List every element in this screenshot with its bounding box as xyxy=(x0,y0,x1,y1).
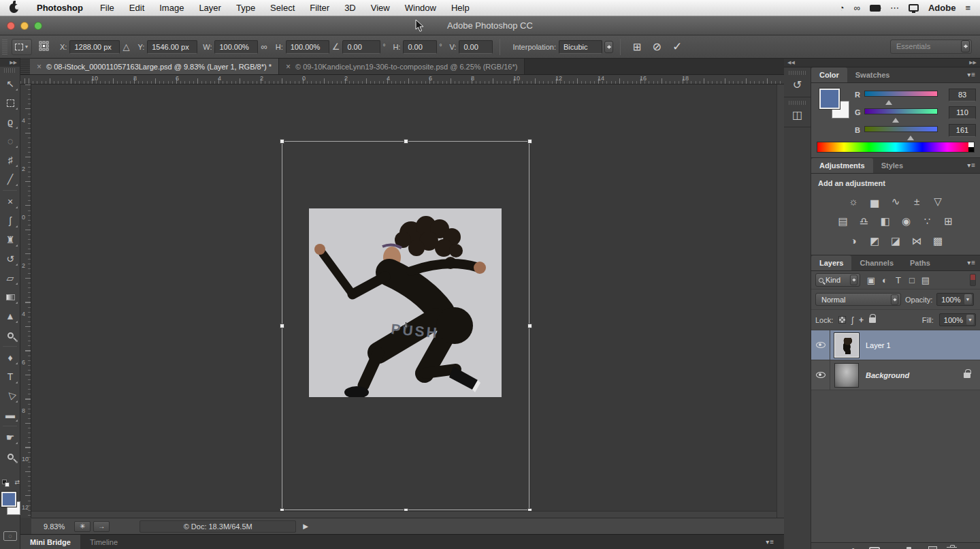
interpolation-select[interactable]: Bicubic xyxy=(559,40,602,54)
menu-help[interactable]: Help xyxy=(444,0,477,16)
move-tool[interactable]: ↖ xyxy=(0,74,20,93)
channel-slider[interactable] xyxy=(864,126,938,132)
transform-handle-ne[interactable] xyxy=(527,139,532,144)
color-lookup-icon[interactable]: ⊞ xyxy=(941,215,957,228)
link-dimensions-icon[interactable]: ∞ xyxy=(261,42,267,52)
pixel-layer-filter-icon[interactable]: ▣ xyxy=(864,275,878,285)
lock-paint-icon[interactable]: ʃ xyxy=(851,315,853,325)
properties-panel-group[interactable]: ◫ xyxy=(784,97,811,127)
height-input[interactable]: 100.00% xyxy=(286,40,329,54)
gears-button[interactable]: ✳ xyxy=(74,521,91,532)
lasso-tool[interactable]: ϱ xyxy=(0,112,20,131)
lock-position-icon[interactable]: + xyxy=(859,315,864,325)
brightness-contrast-icon[interactable]: ☼ xyxy=(845,195,862,208)
warp-mode-button[interactable]: ⊞ xyxy=(633,41,642,53)
width-input[interactable]: 100.00% xyxy=(214,40,258,54)
menu-image[interactable]: Image xyxy=(152,0,191,16)
zoom-level-field[interactable]: 9.83% xyxy=(44,522,65,531)
black-white-icon[interactable]: ◧ xyxy=(877,215,894,228)
link-layers-icon[interactable]: ∞ xyxy=(835,546,840,549)
photo-filter-icon[interactable]: ◉ xyxy=(898,215,915,228)
commit-transform-button[interactable]: ✓ xyxy=(672,40,682,54)
marquee-tool[interactable] xyxy=(0,93,20,112)
layer-row-layer-1[interactable]: Layer 1 xyxy=(811,330,980,360)
invert-icon[interactable]: ◑ xyxy=(845,234,862,248)
horizontal-scrollbar[interactable] xyxy=(31,511,777,518)
horizontal-ruler[interactable]: 108642024681012141618 xyxy=(20,75,784,84)
gradient-tool[interactable] xyxy=(0,287,20,307)
layer-name[interactable]: Background xyxy=(866,371,909,379)
tab-styles[interactable]: Styles xyxy=(873,158,911,173)
layer-thumbnail[interactable] xyxy=(834,333,859,358)
menu-photoshop[interactable]: Photoshop xyxy=(29,0,93,16)
stepper-icon[interactable] xyxy=(604,41,613,53)
lock-all-icon[interactable] xyxy=(869,317,876,323)
exposure-icon[interactable]: ± xyxy=(909,195,925,208)
foreground-color-swatch[interactable] xyxy=(1,492,16,507)
creative-cloud-icon[interactable]: ∞ xyxy=(854,3,860,13)
slider-thumb[interactable] xyxy=(885,97,892,105)
collapse-panels-icon[interactable]: ▶▶ xyxy=(969,60,977,65)
lock-transparency-icon[interactable] xyxy=(838,316,846,324)
visibility-cell[interactable] xyxy=(811,330,830,360)
default-colors-icon[interactable] xyxy=(2,480,10,487)
document-tab[interactable]: × © 08-iStock_000011057163Large.psd @ 9.… xyxy=(30,59,279,74)
hue-saturation-icon[interactable]: ▤ xyxy=(835,215,851,228)
visibility-cell[interactable] xyxy=(811,360,830,390)
transform-handle-w[interactable] xyxy=(280,324,284,328)
slider-thumb[interactable] xyxy=(892,114,899,123)
eye-icon[interactable] xyxy=(816,342,826,348)
eye-icon[interactable] xyxy=(816,372,826,378)
menu-window[interactable]: Window xyxy=(397,0,444,16)
panel-menu-icon[interactable]: ▾≡ xyxy=(967,161,976,169)
panel-menu-icon[interactable]: ▾≡ xyxy=(967,71,976,78)
new-adjustment-layer-icon[interactable]: ◑ xyxy=(891,546,896,549)
swap-colors-icon[interactable]: ⇄ xyxy=(14,479,20,486)
type-layer-filter-icon[interactable]: T xyxy=(892,275,905,285)
crop-tool[interactable]: ♯ xyxy=(0,151,20,170)
curves-icon[interactable]: ∿ xyxy=(887,195,904,208)
threshold-icon[interactable]: ◪ xyxy=(887,234,904,248)
list-menu-icon[interactable]: ≡ xyxy=(965,3,970,13)
healing-brush-tool[interactable]: × xyxy=(0,192,20,211)
menu-file[interactable]: File xyxy=(93,0,122,16)
layer-style-icon[interactable]: fx xyxy=(851,547,858,549)
vertical-scrollbar[interactable] xyxy=(777,84,784,518)
clone-stamp-tool[interactable]: ♜ xyxy=(0,230,20,249)
smart-object-filter-icon[interactable]: ▤ xyxy=(919,275,932,285)
vertical-ruler[interactable]: 42024681012 xyxy=(20,84,31,518)
filter-toggle-switch[interactable] xyxy=(970,274,976,286)
fill-field[interactable]: 100%▼ xyxy=(939,313,976,326)
new-layer-icon[interactable] xyxy=(928,546,937,549)
eyedropper-tool[interactable]: ╱ xyxy=(0,170,20,189)
type-tool[interactable]: T xyxy=(0,367,20,386)
status-options-arrow[interactable]: ▶ xyxy=(303,522,308,530)
layer-row-background[interactable]: Background xyxy=(811,360,980,390)
relative-position-icon[interactable]: △ xyxy=(122,42,129,52)
document-tab[interactable]: × © 09-10KandiceLynn19-306-to-composite.… xyxy=(279,59,525,74)
close-icon[interactable]: × xyxy=(286,62,291,72)
selective-color-icon[interactable]: ⋈ xyxy=(909,234,925,248)
tab-mini-bridge[interactable]: Mini Bridge xyxy=(20,535,80,549)
zoom-window-button[interactable] xyxy=(34,22,42,30)
menu-select[interactable]: Select xyxy=(263,0,302,16)
levels-icon[interactable]: ▅ xyxy=(866,195,883,208)
panel-menu-icon[interactable]: ▾≡ xyxy=(766,538,774,546)
posterize-icon[interactable]: ◩ xyxy=(866,234,883,248)
y-input[interactable]: 1546.00 px xyxy=(147,40,197,54)
channel-value-field[interactable]: 83 xyxy=(949,89,976,101)
close-window-button[interactable] xyxy=(7,22,15,30)
tab-color[interactable]: Color xyxy=(811,67,847,82)
x-input[interactable]: 1288.00 px xyxy=(69,40,120,54)
display-icon[interactable] xyxy=(909,4,919,12)
menu-edit[interactable]: Edit xyxy=(122,0,152,16)
opacity-field[interactable]: 100%▼ xyxy=(936,293,973,306)
zoom-tool[interactable] xyxy=(0,447,20,466)
channel-slider[interactable] xyxy=(864,91,938,97)
transform-handle-e[interactable] xyxy=(527,324,532,328)
layer-name[interactable]: Layer 1 xyxy=(866,341,891,349)
history-brush-tool[interactable]: ↺ xyxy=(0,249,20,268)
canvas[interactable]: PUSH xyxy=(31,84,784,518)
layer-thumbnail[interactable] xyxy=(834,363,859,388)
blur-tool[interactable]: ▲ xyxy=(0,307,20,326)
